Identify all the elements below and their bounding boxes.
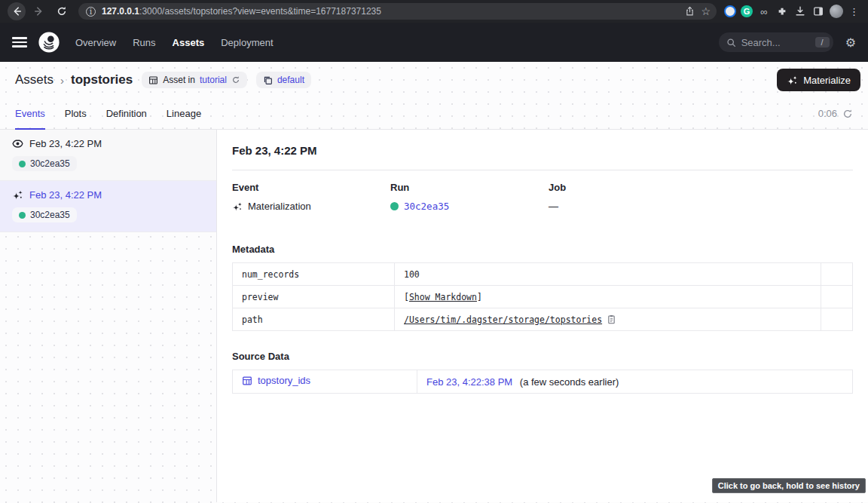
reload-icon (57, 6, 67, 17)
browser-menu-icon[interactable]: ⋮ (848, 6, 860, 17)
browser-chrome: i 127.0.0.1:3000/assets/topstories?view=… (0, 0, 868, 23)
materialize-button[interactable]: Materialize (777, 69, 860, 91)
metadata-extra-cell (821, 308, 853, 331)
source-data-table: topstory_ids Feb 23, 4:22:38 PM (a few s… (232, 370, 853, 394)
breadcrumb-separator: › (60, 74, 64, 87)
source-time-cell: Feb 23, 4:22:38 PM (a few seconds earlie… (417, 370, 853, 394)
browser-forward-button[interactable] (30, 2, 48, 20)
extension-icon-1[interactable] (724, 5, 736, 17)
gear-icon[interactable]: ⚙ (845, 35, 856, 50)
job-value: — (549, 201, 558, 212)
nav-assets[interactable]: Assets (173, 37, 205, 48)
run-id: 30c2ea35 (30, 158, 70, 169)
copies-icon (263, 75, 273, 85)
event-type-value: Materialization (248, 201, 311, 212)
repository-badge[interactable]: default (256, 72, 311, 88)
event-column-label: Event (232, 182, 390, 193)
job-column: Job — (549, 182, 707, 212)
event-list-sidebar: Feb 23, 4:22 PM 30c2ea35 Feb 2 (0, 130, 217, 502)
nav-runs[interactable]: Runs (133, 37, 155, 48)
goggles-extension-icon[interactable]: ∞ (757, 5, 771, 18)
copy-clipboard-icon[interactable] (607, 314, 616, 324)
event-list-item-observation[interactable]: Feb 23, 4:22 PM 30c2ea35 (0, 130, 216, 181)
arrow-right-icon (34, 6, 44, 17)
tab-plots[interactable]: Plots (65, 98, 87, 130)
address-bar[interactable]: i 127.0.0.1:3000/assets/topstories?view=… (78, 3, 717, 20)
run-column-label: Run (390, 182, 549, 193)
table-icon (242, 376, 252, 386)
downloads-icon[interactable] (793, 5, 807, 18)
metadata-extra-cell (821, 263, 853, 286)
bracket: ] (477, 292, 482, 302)
reload-small-icon[interactable] (231, 75, 240, 84)
event-detail-title: Feb 23, 4:22 PM (232, 130, 853, 170)
asset-group-badge[interactable]: Asset in tutorial (142, 72, 247, 88)
event-summary-columns: Event Materialization Run (232, 170, 853, 212)
tab-lineage[interactable]: Lineage (167, 98, 201, 130)
run-tag[interactable]: 30c2ea35 (12, 156, 77, 171)
job-column-label: Job (549, 182, 707, 193)
materialize-button-label: Materialize (803, 75, 851, 86)
breadcrumb-assets-link[interactable]: Assets (15, 72, 53, 87)
bookmark-star-icon[interactable]: ☆ (701, 5, 711, 17)
table-row: path /Users/tim/.dagster/storage/topstor… (233, 308, 853, 331)
bracket: [ (404, 292, 409, 302)
browser-reload-button[interactable] (53, 2, 71, 20)
metadata-section: Metadata num_records 100 preview [Show M… (232, 244, 853, 331)
search-shortcut-key: / (815, 37, 830, 48)
upstream-asset-link[interactable]: topstory_ids (242, 375, 310, 386)
hamburger-menu-icon[interactable] (12, 37, 27, 47)
run-id-link[interactable]: 30c2ea35 (404, 201, 449, 212)
source-data-section: Source Data topstory_ids Feb 23, 4:22:38… (232, 351, 853, 394)
run-tag[interactable]: 30c2ea35 (12, 207, 77, 222)
materialization-sparkle-icon (232, 201, 243, 212)
dagster-logo[interactable] (38, 31, 60, 54)
side-panel-icon[interactable] (811, 5, 825, 18)
run-status-dot (19, 212, 26, 219)
upstream-asset-name: topstory_ids (258, 375, 310, 386)
eye-observation-icon (12, 138, 23, 149)
browser-back-button[interactable] (8, 2, 26, 20)
badge-tutorial-prefix: Asset in (163, 75, 195, 85)
tab-definition[interactable]: Definition (106, 98, 147, 130)
metadata-key: preview (233, 286, 395, 308)
auto-refresh-timer[interactable]: 0:06 (818, 98, 853, 129)
source-timestamp-link[interactable]: Feb 23, 4:22:38 PM (426, 376, 512, 388)
metadata-value: /Users/tim/.dagster/storage/topstories (395, 308, 821, 331)
tab-events[interactable]: Events (15, 98, 45, 130)
badge-tutorial-link[interactable]: tutorial (200, 75, 227, 85)
metadata-heading: Metadata (232, 244, 853, 255)
badge-default-label: default (277, 75, 304, 85)
asset-tabs: Events Plots Definition Lineage 0:06 (0, 98, 868, 130)
browser-profile-avatar[interactable] (830, 5, 843, 18)
site-info-icon[interactable]: i (86, 7, 96, 17)
show-markdown-link[interactable]: Show Markdown (409, 292, 477, 302)
run-status-dot (390, 202, 399, 210)
run-column: Run 30c2ea35 (390, 182, 549, 212)
path-link[interactable]: /Users/tim/.dagster/storage/topstories (404, 314, 602, 325)
nav-overview[interactable]: Overview (75, 37, 116, 48)
table-row: preview [Show Markdown] (233, 286, 853, 308)
table-row: topstory_ids Feb 23, 4:22:38 PM (a few s… (233, 370, 853, 394)
run-status-dot (19, 161, 26, 167)
events-body: Feb 23, 4:22 PM 30c2ea35 Feb 2 (0, 130, 868, 502)
event-list-item-materialization[interactable]: Feb 23, 4:22 PM 30c2ea35 (0, 181, 216, 232)
metadata-table: num_records 100 preview [Show Markdown] … (232, 262, 853, 331)
extensions-puzzle-icon[interactable] (775, 5, 789, 18)
arrow-left-icon (11, 6, 22, 17)
nav-deployment[interactable]: Deployment (221, 37, 273, 48)
search-icon (726, 38, 736, 48)
grammarly-extension-icon[interactable]: G (741, 5, 753, 17)
asset-header: Assets › topstories Asset in tutorial de… (0, 62, 868, 98)
page-content: Assets › topstories Asset in tutorial de… (0, 62, 868, 503)
materialization-sparkle-icon (12, 189, 23, 201)
refresh-icon[interactable] (842, 109, 853, 119)
url-text[interactable]: 127.0.0.1:3000/assets/topstories?view=ev… (102, 6, 679, 17)
metadata-value: 100 (395, 263, 821, 286)
source-relative-note: (a few seconds earlier) (520, 376, 619, 388)
global-search-input[interactable]: Search... / (719, 32, 833, 52)
timer-value: 0:06 (818, 108, 837, 119)
share-icon[interactable] (685, 6, 695, 17)
primary-nav-links: Overview Runs Assets Deployment (75, 37, 274, 48)
run-id: 30c2ea35 (30, 210, 70, 220)
